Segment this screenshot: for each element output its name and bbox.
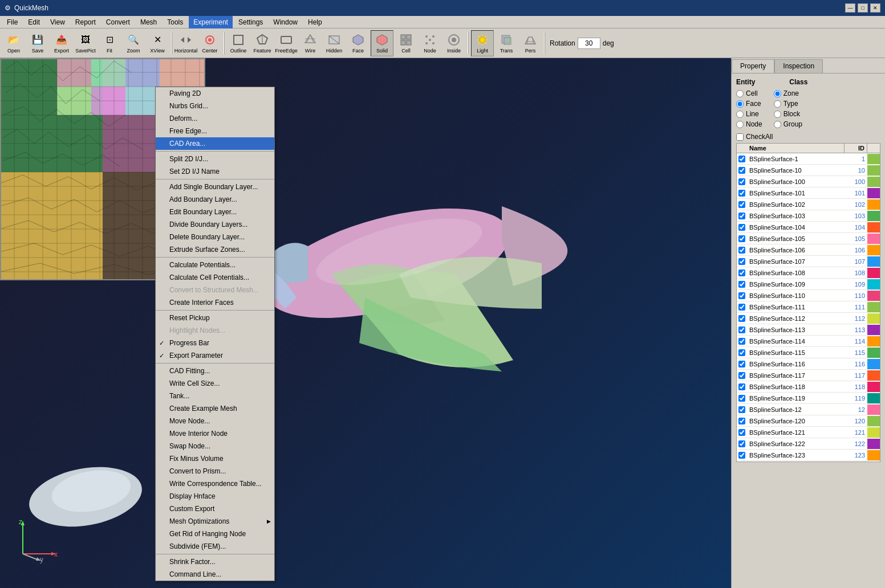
tab-property[interactable]: Property (732, 59, 774, 73)
menu-item-paving2d[interactable]: Paving 2D (156, 87, 274, 100)
light-button[interactable]: Light (471, 30, 494, 56)
row-check-9[interactable] (737, 258, 747, 265)
row-check-20[interactable] (737, 383, 747, 390)
menu-item-writecorrespondencetable[interactable]: Write Correspondence Table... (156, 477, 274, 490)
list-item[interactable]: BSplineSurface-100 100 (737, 176, 880, 187)
entity-line-option[interactable]: Line (736, 110, 762, 118)
face-button[interactable]: Face (347, 30, 370, 56)
menu-item-addsingleboundarylayer[interactable]: Add Single Boundary Layer... (156, 181, 274, 193)
menu-item-moveinteriornode[interactable]: Move Interior Node (156, 427, 274, 440)
menu-view[interactable]: View (46, 16, 70, 28)
surface-list[interactable]: Name ID BSplineSurface-1 1 BSplineSurfac… (736, 143, 880, 462)
menu-item-customexport[interactable]: Custom Export (156, 503, 274, 515)
list-item[interactable]: BSplineSurface-112 112 (737, 313, 880, 324)
menu-item-freeedge[interactable]: Free Edge... (156, 125, 274, 137)
fit-button[interactable]: ⊡ Fit (98, 30, 121, 56)
horizontal-button[interactable]: Horizontal (174, 30, 197, 56)
row-check-7[interactable] (737, 235, 747, 242)
list-item[interactable]: BSplineSurface-123 123 (737, 450, 880, 461)
freeedge-button[interactable]: FreeEdge (275, 30, 298, 56)
menu-report[interactable]: Report (71, 16, 100, 28)
entity-face-option[interactable]: Face (736, 100, 762, 108)
menu-item-calculatepotentials[interactable]: Calculate Potentials... (156, 259, 274, 271)
list-item[interactable]: BSplineSurface-110 110 (737, 290, 880, 301)
menu-mesh[interactable]: Mesh (136, 16, 161, 28)
row-check-13[interactable] (737, 304, 747, 311)
rotation-input[interactable] (578, 38, 600, 49)
menu-item-swapnode[interactable]: Swap Node... (156, 440, 274, 452)
row-check-24[interactable] (737, 429, 747, 436)
menu-item-meshoptimizations[interactable]: Mesh Optimizations (156, 515, 274, 528)
list-item[interactable]: BSplineSurface-117 117 (737, 370, 880, 381)
list-item[interactable]: BSplineSurface-1 1 (737, 153, 880, 165)
menu-item-commandline[interactable]: Command Line... (156, 568, 274, 581)
list-item[interactable]: BSplineSurface-104 104 (737, 222, 880, 233)
open-button[interactable]: 📂 Open (2, 30, 25, 56)
checkall-checkbox[interactable] (736, 133, 744, 141)
menu-tools[interactable]: Tools (163, 16, 188, 28)
menu-item-fixminusvolume[interactable]: Fix Minus Volume (156, 452, 274, 465)
row-check-11[interactable] (737, 281, 747, 288)
menu-item-writecellsize[interactable]: Write Cell Size... (156, 377, 274, 390)
list-item[interactable]: BSplineSurface-120 120 (737, 415, 880, 427)
row-check-1[interactable] (737, 167, 747, 174)
row-check-3[interactable] (737, 190, 747, 197)
menu-item-addboundarylayer[interactable]: Add Boundary Layer... (156, 193, 274, 206)
row-check-17[interactable] (737, 349, 747, 356)
center-button[interactable]: Center (198, 30, 221, 56)
list-item[interactable]: BSplineSurface-101 101 (737, 187, 880, 199)
export-button[interactable]: 📤 Export (50, 30, 73, 56)
row-check-5[interactable] (737, 213, 747, 219)
menu-item-progressbar[interactable]: Progress Bar (156, 337, 274, 349)
list-item[interactable]: BSplineSurface-111 111 (737, 301, 880, 313)
menu-item-deform[interactable]: Deform... (156, 112, 274, 125)
list-item[interactable]: BSplineSurface-116 116 (737, 358, 880, 370)
row-check-19[interactable] (737, 372, 747, 379)
menu-item-extrudesurfacezones[interactable]: Extrude Surface Zones... (156, 243, 274, 256)
entity-node-option[interactable]: Node (736, 120, 762, 128)
outline-button[interactable]: Outline (227, 30, 250, 56)
menu-item-cadarea[interactable]: CAD Area... (156, 137, 274, 150)
list-item[interactable]: BSplineSurface-105 105 (737, 233, 880, 244)
pers-button[interactable]: Pers (519, 30, 542, 56)
row-check-22[interactable] (737, 406, 747, 413)
row-check-18[interactable] (737, 361, 747, 368)
menu-item-cadfitting[interactable]: CAD Fitting... (156, 365, 274, 377)
row-check-14[interactable] (737, 315, 747, 322)
list-item[interactable]: BSplineSurface-10 10 (737, 165, 880, 176)
menu-window[interactable]: Window (269, 16, 302, 28)
wire-button[interactable]: Wire (299, 30, 322, 56)
class-zone-option[interactable]: Zone (774, 89, 802, 97)
menu-settings[interactable]: Settings (234, 16, 267, 28)
row-check-8[interactable] (737, 247, 747, 254)
viewport[interactable]: x z y Paving 2D Nurbs Grid... Deform... … (0, 58, 731, 588)
menu-item-deleteboundarylayer[interactable]: Delete Boundary Layer... (156, 231, 274, 243)
list-item[interactable]: BSplineSurface-118 118 (737, 381, 880, 393)
list-item[interactable]: BSplineSurface-115 115 (737, 347, 880, 358)
close-button[interactable]: ✕ (870, 3, 880, 13)
node-button[interactable]: Node (419, 30, 441, 56)
row-check-10[interactable] (737, 270, 747, 276)
savepict-button[interactable]: 🖼 SavePict (74, 30, 97, 56)
row-check-25[interactable] (737, 440, 747, 447)
entity-cell-option[interactable]: Cell (736, 89, 762, 97)
list-item[interactable]: BSplineSurface-121 121 (737, 427, 880, 438)
zoom-button[interactable]: 🔍 Zoom (122, 30, 145, 56)
menu-item-getridofhangingnode[interactable]: Get Rid of Hanging Node (156, 528, 274, 540)
menu-item-displayhnface[interactable]: Display Hnface (156, 490, 274, 503)
list-item[interactable]: BSplineSurface-119 119 (737, 393, 880, 404)
xview-button[interactable]: ✕ XView (146, 30, 169, 56)
menu-experiment[interactable]: Experiment (189, 16, 233, 28)
list-item[interactable]: BSplineSurface-108 108 (737, 267, 880, 279)
row-check-6[interactable] (737, 224, 747, 231)
menu-item-converttorism[interactable]: Convert to Prism... (156, 465, 274, 477)
row-check-0[interactable] (737, 156, 747, 162)
list-item[interactable]: BSplineSurface-12 12 (737, 404, 880, 415)
hidden-button[interactable]: Hidden (323, 30, 346, 56)
row-check-16[interactable] (737, 338, 747, 345)
menu-help[interactable]: Help (303, 16, 327, 28)
list-item[interactable]: BSplineSurface-109 109 (737, 279, 880, 290)
menu-item-split2dij[interactable]: Split 2D I/J... (156, 153, 274, 165)
row-check-26[interactable] (737, 452, 747, 459)
menu-item-set2dijname[interactable]: Set 2D I/J Name (156, 165, 274, 178)
